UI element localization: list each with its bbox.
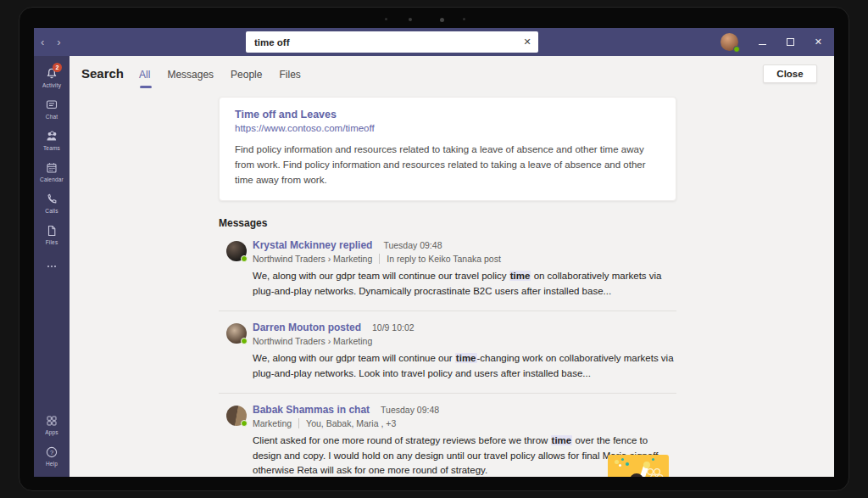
- message-body: We, along with our gdpr team will contin…: [253, 269, 676, 299]
- user-avatar[interactable]: [721, 33, 738, 51]
- message-context: Marketing: [253, 418, 292, 428]
- presence-indicator: [241, 338, 248, 344]
- tab-all[interactable]: All: [139, 69, 150, 81]
- tab-people[interactable]: People: [231, 69, 262, 81]
- result-link-title[interactable]: Time off and Leaves: [235, 109, 660, 120]
- app-rail: 2 Activity Chat Teams Calendar Calls: [34, 56, 70, 477]
- search-term-highlight: time: [551, 435, 573, 445]
- sidebar-item-more[interactable]: [34, 250, 70, 282]
- search-results-page: Search All Messages People Files Close T…: [70, 56, 834, 477]
- title-bar: ‹ › ✕ ✕: [34, 28, 834, 56]
- messages-section-heading: Messages: [219, 217, 676, 229]
- ellipsis-icon: [45, 264, 58, 269]
- rail-label: Files: [46, 239, 58, 245]
- sidebar-item-files[interactable]: Files: [34, 219, 70, 250]
- held-object: [643, 462, 650, 468]
- sidebar-item-calendar[interactable]: Calendar: [34, 156, 70, 187]
- sidebar-item-apps[interactable]: Apps: [34, 409, 70, 440]
- message-timestamp: 10/9 10:02: [372, 322, 415, 333]
- confetti-dot: [621, 458, 624, 461]
- forward-arrow-icon[interactable]: ›: [57, 36, 60, 48]
- message-body: We, along with our gdpr team will contin…: [253, 351, 676, 382]
- message-context-detail: You, Babak, Maria , +3: [298, 418, 396, 428]
- illustration: [608, 455, 669, 477]
- presence-indicator: [241, 420, 248, 427]
- message-context: Northwind Traders › Marketing: [253, 254, 372, 264]
- body-text: Client asked for one more round of strat…: [253, 435, 551, 445]
- confetti-dot: [615, 460, 619, 464]
- avatar: [226, 323, 247, 344]
- activity-badge: 2: [53, 63, 62, 72]
- rail-label: Help: [46, 461, 58, 467]
- page-title: Search: [81, 66, 124, 81]
- search-term-highlight: time: [509, 271, 531, 281]
- rail-label: Apps: [45, 429, 58, 435]
- confetti-dot: [626, 462, 629, 466]
- document-icon: [45, 224, 58, 238]
- sidebar-item-help[interactable]: ? Help: [34, 440, 70, 472]
- message-context-detail: In reply to Keiko Tanaka post: [379, 254, 501, 264]
- search-bar[interactable]: ✕: [246, 31, 538, 53]
- clear-search-icon[interactable]: ✕: [516, 36, 538, 48]
- sidebar-item-calls[interactable]: Calls: [34, 187, 70, 219]
- rail-label: Calendar: [40, 176, 64, 182]
- link-result-card[interactable]: Time off and Leaves https://www.contoso.…: [219, 97, 676, 201]
- rail-label: Calls: [45, 208, 58, 214]
- rail-label: Activity: [42, 82, 61, 88]
- people-icon: [45, 130, 59, 143]
- sidebar-item-activity[interactable]: 2 Activity: [34, 62, 70, 93]
- confetti-dot: [652, 458, 654, 461]
- bezel-dot: [385, 18, 387, 20]
- tab-messages[interactable]: Messages: [167, 69, 214, 81]
- body-text: We, along with our gdpr team will contin…: [253, 353, 455, 363]
- presence-indicator: [733, 46, 740, 53]
- close-window-button[interactable]: ✕: [815, 37, 822, 47]
- camera-dot: [409, 18, 412, 21]
- tab-files[interactable]: Files: [279, 69, 300, 81]
- close-search-button[interactable]: Close: [763, 64, 817, 83]
- sidebar-item-teams[interactable]: Teams: [34, 125, 70, 156]
- message-timestamp: Tuesday 09:48: [383, 240, 442, 250]
- camera-dot: [440, 18, 444, 22]
- search-term-highlight: time: [455, 353, 477, 363]
- search-input[interactable]: [246, 37, 516, 48]
- message-author-link[interactable]: Darren Mouton posted: [253, 322, 361, 333]
- message-timestamp: Tuesday 09:48: [381, 405, 439, 415]
- message-context: Northwind Traders › Marketing: [253, 336, 372, 346]
- message-author-link[interactable]: Krystal Mckinney replied: [253, 239, 372, 251]
- results-column: Time off and Leaves https://www.contoso.…: [219, 97, 676, 477]
- calendar-icon: [45, 161, 58, 175]
- message-author-link[interactable]: Babak Shammas in chat: [253, 404, 370, 416]
- rail-label: Chat: [46, 114, 58, 120]
- bezel-dot: [463, 18, 465, 20]
- minimize-button[interactable]: [759, 44, 766, 46]
- apps-grid-icon: [45, 414, 58, 428]
- avatar: [226, 241, 247, 261]
- sidebar-item-chat[interactable]: Chat: [34, 93, 70, 125]
- result-link-url[interactable]: https://www.contoso.com/timeoff: [235, 123, 660, 133]
- confetti-dot: [619, 464, 621, 467]
- back-arrow-icon[interactable]: ‹: [41, 36, 44, 48]
- body-text: We, along with our gdpr team will contin…: [253, 271, 509, 281]
- svg-text:?: ?: [50, 449, 53, 456]
- phone-icon: [45, 193, 58, 206]
- help-circle-icon: ?: [45, 445, 58, 459]
- result-link-description: Find policy information and resources re…: [235, 143, 660, 187]
- message-result-row[interactable]: Darren Mouton posted 10/9 10:02 Northwin…: [219, 311, 676, 394]
- chat-icon: [45, 98, 58, 112]
- presence-indicator: [241, 255, 248, 262]
- message-result-row[interactable]: Krystal Mckinney replied Tuesday 09:48 N…: [219, 229, 676, 311]
- teams-window: ‹ › ✕ ✕ 2 Activity Chat: [34, 28, 834, 477]
- avatar: [226, 406, 247, 426]
- search-header: Search All Messages People Files Close: [70, 56, 834, 93]
- maximize-button[interactable]: [787, 38, 794, 46]
- rail-label: Teams: [43, 145, 60, 151]
